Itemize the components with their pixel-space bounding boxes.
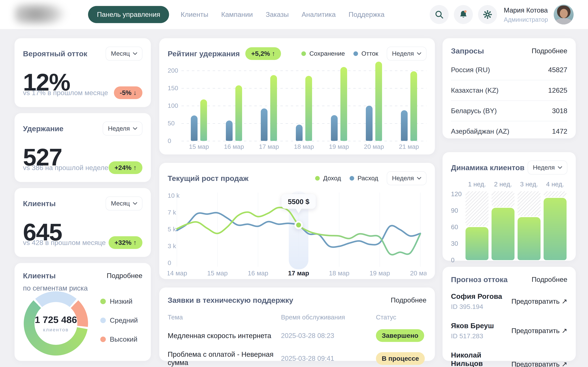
- search-icon: [434, 10, 444, 19]
- ticket-time: 2025-03-28 08:23: [281, 332, 376, 340]
- x-tick: 14 мар: [168, 270, 187, 277]
- bar: [492, 208, 515, 260]
- y-tick: 7 k: [168, 209, 176, 216]
- nav-clients[interactable]: Клиенты: [181, 10, 208, 18]
- period-dropdown[interactable]: Неделя: [387, 47, 426, 60]
- support-tickets-card: Заявки в техническую поддержку Подробнее…: [159, 287, 435, 361]
- nav-orders[interactable]: Заказы: [266, 10, 289, 18]
- sales-line-chart: 10 k7 k5 k3 k0 5500 $14 мар15 мар16 мар1…: [168, 190, 426, 277]
- list-item: Беларусь (BY) 3018: [451, 101, 567, 121]
- list-item: Казахстан (KZ) 12625: [451, 80, 567, 101]
- prevent-link[interactable]: Предотвратить ↗: [511, 297, 567, 305]
- client-name: Яков Бреуш: [451, 321, 494, 330]
- y-tick: 10 k: [168, 192, 180, 199]
- user-info[interactable]: Мария Котова Администратор: [504, 6, 548, 23]
- bar-churn: [401, 110, 408, 141]
- delta-badge: +32% ↑: [109, 236, 142, 249]
- kpi-card-churn: Вероятный отток Месяц 12% vs 17% в прошл…: [15, 38, 151, 107]
- card-subtitle: по сегментам риска: [23, 284, 142, 292]
- col-header-topic: Тема: [168, 314, 281, 321]
- list-item: Азербайджан (AZ) 1472: [451, 121, 567, 142]
- more-link[interactable]: Подробнее: [391, 296, 426, 304]
- prevent-link[interactable]: Предотвратить ↗: [511, 327, 567, 335]
- nav-campaigns[interactable]: Кампании: [221, 10, 253, 18]
- tab-dashboard[interactable]: Панель управления: [88, 6, 169, 23]
- bar-save: [340, 67, 347, 141]
- bar-remainder: [466, 191, 488, 226]
- y-tick: 50: [168, 120, 175, 127]
- ticket-topic[interactable]: Проблема с оплатой - Неверная сумма: [168, 350, 281, 367]
- delta-badge: -5% ↓: [114, 86, 142, 99]
- bar-group: [219, 85, 249, 141]
- period-dropdown[interactable]: Неделя: [387, 171, 426, 185]
- avatar[interactable]: [554, 5, 574, 25]
- kpi-compare: vs 386 на прошлой неделе: [23, 164, 108, 172]
- legend-item-expense: Расход: [350, 175, 378, 182]
- nav-analytics[interactable]: Аналитика: [302, 10, 336, 18]
- x-tick: 17 мар: [288, 270, 309, 277]
- column-label: 3 нед.: [517, 181, 541, 188]
- support-table: Тема Время обслуживания Статус Медленная…: [168, 314, 426, 367]
- risk-segments-card: Клиенты Подробнее по сегментам риска 1 7…: [15, 263, 151, 361]
- y-tick: 0: [451, 257, 454, 264]
- prevent-link[interactable]: Предотвратить ↗: [511, 360, 567, 367]
- ticket-topic[interactable]: Медленная скорость интернета: [168, 332, 281, 340]
- card-title: Рейтинг удержания: [168, 49, 240, 58]
- x-tick: 16 мар: [219, 143, 249, 150]
- kpi-card-retention: Удержание Неделя 527 vs 386 на прошлой н…: [15, 113, 151, 182]
- bar-churn: [226, 120, 233, 141]
- legend-item-low: Низкий: [100, 297, 138, 305]
- bar-churn: [261, 108, 268, 141]
- bar-save: [305, 76, 312, 141]
- chevron-down-icon: [133, 202, 137, 205]
- retention-delta-badge: +5,2% ↑: [245, 47, 281, 60]
- y-tick: 150: [168, 84, 178, 92]
- tooltip-dot: [296, 223, 301, 227]
- more-link[interactable]: Подробнее: [532, 275, 567, 284]
- legend-dot: [100, 337, 106, 342]
- bar-group: [517, 191, 541, 260]
- notifications-button[interactable]: [454, 5, 473, 24]
- header-actions: [430, 5, 497, 24]
- period-dropdown[interactable]: Месяц: [106, 47, 142, 60]
- client-id: ID 395.194: [451, 303, 502, 310]
- legend-item-high: Высокий: [100, 335, 138, 343]
- gear-icon: [483, 10, 493, 19]
- x-tick: 15 мар: [184, 143, 214, 150]
- chevron-down-icon: [558, 166, 562, 169]
- search-button[interactable]: [430, 5, 449, 24]
- retention-bar-chart: 20015010050015 мар16 мар17 мар18 мар19 м…: [168, 62, 426, 150]
- bar-group: [324, 67, 354, 141]
- bar: [518, 217, 541, 260]
- churn-forecast-card: Прогноз оттока Подробнее София Рогова ID…: [442, 267, 576, 361]
- legend-item-save: Сохранение: [301, 50, 345, 57]
- period-dropdown[interactable]: Месяц: [106, 197, 142, 210]
- y-tick: 0: [168, 259, 171, 266]
- bar-save: [200, 100, 207, 141]
- x-tick: 18 мар: [329, 270, 349, 277]
- period-dropdown[interactable]: Неделя: [103, 122, 142, 135]
- bell-icon: [458, 10, 468, 19]
- retention-chart-card: Рейтинг удержания +5,2% ↑ Сохранение Отт…: [159, 38, 435, 154]
- y-tick: 60: [451, 223, 458, 231]
- chevron-down-icon: [417, 177, 421, 180]
- legend-item-churn: Отток: [354, 50, 378, 57]
- bar-group: [254, 75, 284, 141]
- bar-remainder: [518, 191, 541, 216]
- col-header-time: Время обслуживания: [281, 314, 376, 321]
- bar-group: [543, 191, 567, 260]
- settings-button[interactable]: [478, 5, 497, 24]
- x-tick: 19 мар: [324, 143, 354, 150]
- status-badge: Завершено: [376, 329, 424, 342]
- status-badge: В процессе: [376, 352, 425, 365]
- bar: [544, 198, 567, 260]
- chevron-down-icon: [417, 52, 421, 55]
- requests-card: Запросы Подробнее Россия (RU) 45827 Каза…: [442, 38, 576, 138]
- period-dropdown[interactable]: Неделя: [528, 161, 567, 175]
- more-link[interactable]: Подробнее: [107, 272, 142, 280]
- y-tick: 90: [451, 207, 458, 214]
- more-link[interactable]: Подробнее: [532, 47, 567, 55]
- card-title: Текущий рост продаж: [168, 174, 249, 183]
- bar-remainder: [544, 191, 567, 197]
- nav-support[interactable]: Поддержка: [348, 10, 384, 18]
